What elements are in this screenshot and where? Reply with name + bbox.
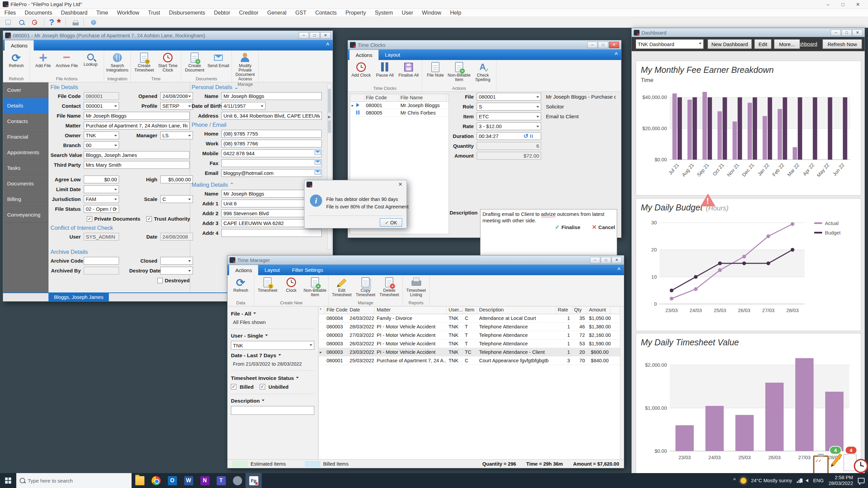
sidebar-item-details[interactable]: Details: [3, 98, 48, 114]
taskbar-app-settings[interactable]: [229, 473, 245, 488]
fax-input[interactable]: [221, 159, 322, 167]
third_party-input[interactable]: [84, 161, 190, 169]
file_status-select[interactable]: 02 - Open / C: [84, 205, 119, 213]
notification-icon[interactable]: [858, 478, 865, 483]
menu-system[interactable]: System: [370, 10, 397, 16]
tm-clock-button[interactable]: Clock: [279, 276, 303, 293]
sidebar-item-cover[interactable]: Cover: [3, 82, 48, 98]
clock-row[interactable]: ▸080001Mr Joseph Bloggs: [350, 102, 449, 109]
addr4-input[interactable]: [221, 229, 322, 237]
collapse-ribbon-icon[interactable]: ^: [326, 42, 329, 48]
sidebar-item-conveyancing[interactable]: Conveyancing: [3, 207, 48, 223]
new-document-icon[interactable]: [6, 20, 11, 25]
taskbar-app-chrome[interactable]: [148, 473, 164, 488]
minimize-button[interactable]: –: [299, 32, 309, 39]
col-qty[interactable]: Qty: [572, 307, 587, 314]
pencil-icon[interactable]: [831, 453, 842, 466]
tm-timesheet-button[interactable]: Timesheet: [256, 276, 279, 293]
menu-contacts[interactable]: Contacts: [311, 10, 341, 16]
filter-user-header[interactable]: User - Single: [231, 331, 315, 340]
clock-row[interactable]: 080005Mr Chris Forbes: [350, 109, 449, 117]
col-item[interactable]: Item: [463, 307, 477, 314]
name-input[interactable]: [221, 92, 322, 100]
fw-send-email-button[interactable]: Send Email: [206, 52, 230, 68]
timesheet-row[interactable]: 08000424/03/2022Family - DivorceTNKCAtte…: [319, 314, 620, 323]
sidebar-item-billing[interactable]: Billing: [3, 191, 48, 207]
menu-user[interactable]: User: [397, 10, 418, 16]
sidebar-item-documents[interactable]: Documents: [3, 176, 48, 191]
maximize-button[interactable]: □: [842, 29, 852, 36]
help-icon[interactable]: ?: [49, 19, 54, 26]
collapse-ribbon-icon[interactable]: ^: [617, 267, 620, 273]
col-amount[interactable]: Amount: [587, 307, 611, 314]
unbilled-checkbox[interactable]: ✓: [260, 384, 265, 389]
owner-select[interactable]: TNK: [84, 131, 119, 139]
archive_code-input[interactable]: [84, 257, 119, 265]
mobile-input[interactable]: [221, 149, 322, 157]
time-clocks-titlebar[interactable]: Time Clocks – □ ✕: [348, 40, 621, 49]
alarm-icon[interactable]: [32, 20, 37, 25]
menu-workflow[interactable]: Workflow: [113, 10, 144, 16]
menu-files[interactable]: Files: [0, 10, 20, 16]
tab-actions[interactable]: Actions: [4, 40, 34, 50]
menu-window[interactable]: Window: [418, 10, 446, 16]
tm-timesheet-listing-button[interactable]: Timesheet Listing: [404, 276, 428, 297]
sidebar-item-financial[interactable]: Financial: [3, 129, 48, 145]
fw-add-file-button[interactable]: Add File: [31, 52, 55, 68]
scale-select[interactable]: C: [160, 195, 193, 203]
destroy_date-select[interactable]: [160, 267, 193, 274]
taskbar-app-outlook[interactable]: O: [164, 473, 180, 488]
tab-actions[interactable]: Actions: [349, 49, 379, 60]
tc-add-clock-button[interactable]: Add Clock: [349, 61, 373, 78]
private_documents-checkbox[interactable]: ✓: [87, 216, 92, 222]
time-manager-titlebar[interactable]: Time Manager – □ ✕: [228, 256, 624, 265]
branch-select[interactable]: 00: [84, 141, 119, 149]
fw-create-timesheet-button[interactable]: Create Timesheet: [132, 52, 156, 73]
timesheet-row[interactable]: 08000327/03/2022PI - Motor Vehicle Accid…: [319, 331, 620, 340]
rate-select[interactable]: 3 - $12.00: [477, 122, 541, 130]
tm-copy-timesheet-button[interactable]: Copy Timesheet: [354, 276, 377, 297]
limit_date-select[interactable]: [84, 185, 119, 193]
cancel-button[interactable]: ✕Cancel: [592, 224, 615, 231]
tm-delete-timesheet-button[interactable]: Delete Timesheet: [377, 276, 401, 297]
dob-select[interactable]: 4/11/1957: [221, 102, 265, 110]
col-matter[interactable]: Matter: [375, 307, 447, 314]
tm-edit-timesheet-button[interactable]: Edit Timesheet: [330, 276, 354, 297]
close-button[interactable]: ✕: [850, 0, 865, 8]
tc-file-note-button[interactable]: File Note: [423, 61, 447, 78]
fw-search-integrations-button[interactable]: Search Integrations: [105, 52, 129, 73]
close-icon[interactable]: ✕: [396, 181, 405, 187]
menu-gst[interactable]: GST: [291, 10, 311, 16]
timesheet-row[interactable]: 08000125/03/2022Purchase of Apartment 7,…: [319, 357, 620, 365]
destroyed-checkbox[interactable]: [157, 278, 163, 283]
tab-layout[interactable]: Layout: [379, 49, 406, 60]
close-button[interactable]: ✕: [320, 32, 331, 39]
finalise-button[interactable]: ✓Finalise: [555, 224, 580, 231]
minimize-button[interactable]: –: [587, 42, 597, 48]
tc-non-billable-item-button[interactable]: Non-Billable Item: [447, 61, 471, 82]
opened-select[interactable]: 24/08/2008: [160, 92, 193, 100]
menu-property[interactable]: Property: [341, 10, 370, 16]
dashboard-titlebar[interactable]: Dashboard – □ ✕: [632, 28, 865, 37]
menu-dashboard[interactable]: Dashboard: [57, 10, 92, 16]
file-window-titlebar[interactable]: 080001 - Mr Joseph Bloggs (Purchase of A…: [3, 31, 333, 40]
alarm-clock-icon[interactable]: [854, 459, 868, 473]
minimize-button[interactable]: –: [831, 29, 841, 36]
email-icon[interactable]: [315, 160, 321, 165]
dashboard-select[interactable]: TNK Dashboard: [636, 39, 704, 49]
jurisdiction-select[interactable]: FAM: [84, 195, 119, 203]
taskbar-app-teams[interactable]: T: [213, 473, 229, 488]
maximize-button[interactable]: □: [598, 42, 608, 48]
grid-col-file-code[interactable]: File Code: [364, 94, 399, 101]
menu-trust[interactable]: Trust: [143, 10, 164, 16]
edit-button[interactable]: Edit: [754, 39, 771, 49]
taskbar-app-file-explorer[interactable]: [132, 473, 148, 488]
fw-archive-file-button[interactable]: Archive File: [55, 52, 79, 68]
agree_low-input[interactable]: [84, 176, 119, 183]
refresh-now-button[interactable]: Refresh Now: [823, 39, 862, 49]
email-input[interactable]: [221, 169, 322, 177]
filter-file-header[interactable]: File - All: [231, 309, 315, 318]
file-select[interactable]: 080001: [477, 93, 541, 101]
minimize-button[interactable]: –: [590, 257, 600, 263]
tm-non-billable-item-button[interactable]: Non-Billable Item: [303, 276, 327, 297]
